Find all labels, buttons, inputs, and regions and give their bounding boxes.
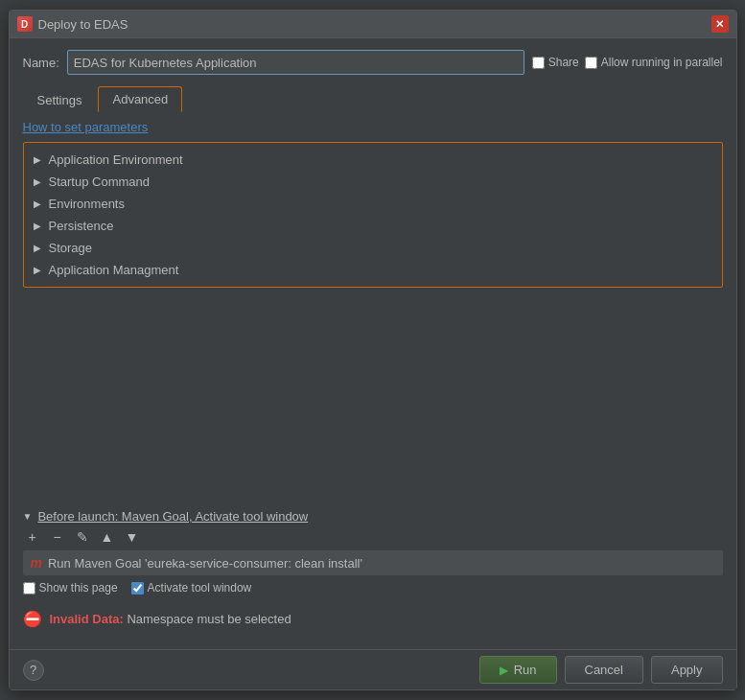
share-checkbox-label[interactable]: Share <box>532 56 579 69</box>
activate-window-label[interactable]: Activate tool window <box>131 581 252 595</box>
tree-arrow-storage: ▶ <box>34 243 43 253</box>
help-button[interactable]: ? <box>23 660 44 681</box>
tree-item-environments[interactable]: ▶ Environments <box>28 193 718 215</box>
error-bold: Invalid Data: <box>50 612 124 626</box>
error-row: ⛔ Invalid Data: Namespace must be select… <box>23 610 723 628</box>
tree-item-storage[interactable]: ▶ Storage <box>28 237 718 259</box>
run-button[interactable]: ▶ Run <box>479 656 557 684</box>
titlebar-left: D Deploy to EDAS <box>17 16 128 32</box>
error-icon: ⛔ <box>23 610 42 628</box>
tree-label-app-env: Application Environment <box>49 152 183 167</box>
before-launch-title: Before launch: Maven Goal, Activate tool… <box>37 509 308 524</box>
footer-right: ▶ Run Cancel Apply <box>479 656 723 684</box>
tree-arrow-environments: ▶ <box>34 198 43 209</box>
run-triangle-icon: ▶ <box>500 664 508 677</box>
tab-settings[interactable]: Settings <box>23 87 97 112</box>
run-label: Run <box>514 663 537 677</box>
tree-label-environments: Environments <box>49 197 125 211</box>
before-launch-header: ▼ Before launch: Maven Goal, Activate to… <box>23 509 723 524</box>
tab-advanced[interactable]: Advanced <box>98 86 182 112</box>
before-launch-arrow: ▼ <box>23 511 33 522</box>
show-row: Show this page Activate tool window <box>23 581 723 595</box>
error-message: Namespace must be selected <box>124 612 291 626</box>
tree-label-startup: Startup Command <box>49 175 151 189</box>
error-text: Invalid Data: Namespace must be selected <box>50 612 291 626</box>
down-button[interactable]: ▼ <box>123 529 142 545</box>
apply-button[interactable]: Apply <box>651 656 723 684</box>
activate-window-checkbox[interactable] <box>131 582 144 595</box>
close-button[interactable]: ✕ <box>711 15 729 33</box>
tree-item-persistence[interactable]: ▶ Persistence <box>28 215 718 237</box>
tree-arrow-startup: ▶ <box>34 176 43 187</box>
show-page-text: Show this page <box>39 581 118 595</box>
tabs-row: Settings Advanced <box>23 86 723 112</box>
tree-item-startup[interactable]: ▶ Startup Command <box>28 171 718 193</box>
name-label: Name: <box>23 56 59 70</box>
titlebar: D Deploy to EDAS ✕ <box>10 11 736 38</box>
app-icon: D <box>17 16 33 32</box>
share-checkbox[interactable] <box>532 57 545 69</box>
tree-arrow-app-env: ▶ <box>34 154 43 165</box>
tree-label-storage: Storage <box>49 241 93 255</box>
toolbar-row: + − ✎ ▲ ▼ <box>23 529 723 545</box>
show-page-label[interactable]: Show this page <box>23 581 118 595</box>
tree-label-app-management: Application Managment <box>49 263 179 277</box>
deploy-dialog: D Deploy to EDAS ✕ Name: Share Allow run… <box>9 10 737 690</box>
tree-arrow-app-management: ▶ <box>34 265 43 275</box>
cancel-button[interactable]: Cancel <box>565 656 643 684</box>
tree-item-app-env[interactable]: ▶ Application Environment <box>28 149 718 171</box>
before-launch-section: ▼ Before launch: Maven Goal, Activate to… <box>23 509 723 604</box>
up-button[interactable]: ▲ <box>98 529 117 545</box>
footer-left: ? <box>23 660 44 681</box>
share-label: Share <box>548 56 579 69</box>
tree-label-persistence: Persistence <box>49 219 114 233</box>
tree-container: ▶ Application Environment ▶ Startup Comm… <box>23 142 723 288</box>
allow-parallel-label: Allow running in parallel <box>601 56 723 69</box>
remove-button[interactable]: − <box>48 529 67 545</box>
maven-icon: m <box>31 555 42 571</box>
name-row: Name: Share Allow running in parallel <box>23 50 723 75</box>
tree-item-app-management[interactable]: ▶ Application Managment <box>28 259 718 281</box>
dialog-body: Name: Share Allow running in parallel Se… <box>10 38 736 649</box>
show-page-checkbox[interactable] <box>23 582 35 595</box>
dialog-title: Deploy to EDAS <box>38 17 128 32</box>
add-button[interactable]: + <box>23 529 42 545</box>
footer: ? ▶ Run Cancel Apply <box>10 649 736 689</box>
allow-parallel-checkbox[interactable] <box>585 57 597 69</box>
allow-parallel-checkbox-label[interactable]: Allow running in parallel <box>585 56 723 69</box>
tree-arrow-persistence: ▶ <box>34 221 43 231</box>
maven-item[interactable]: m Run Maven Goal 'eureka-service-consume… <box>23 550 723 575</box>
activate-window-text: Activate tool window <box>148 581 252 595</box>
edit-button[interactable]: ✎ <box>73 529 92 545</box>
maven-item-text: Run Maven Goal 'eureka-service-consumer:… <box>48 556 362 571</box>
name-input[interactable] <box>67 50 524 75</box>
how-to-link[interactable]: How to set parameters <box>23 120 723 134</box>
share-area: Share Allow running in parallel <box>532 56 723 69</box>
